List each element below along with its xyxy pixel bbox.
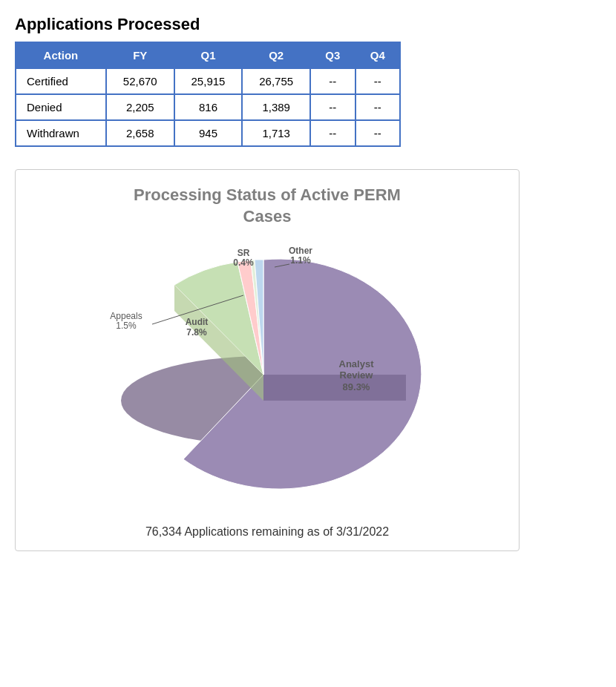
applications-table: Action FY Q1 Q2 Q3 Q4 Certified52,67025,… (15, 42, 401, 147)
cell-q1: 816 (174, 94, 243, 120)
cell-action: Denied (16, 94, 106, 120)
analyst-label: Analyst (339, 358, 375, 369)
analyst-label2: Review (340, 369, 374, 381)
col-action: Action (16, 42, 106, 68)
cell-fy: 52,670 (106, 68, 174, 94)
other-value: 1.1% (290, 255, 311, 266)
cell-q3: -- (310, 120, 355, 146)
other-label: Other (289, 246, 312, 256)
col-fy: FY (106, 42, 174, 68)
table-row: Denied2,2058161,389---- (16, 94, 400, 120)
page-title: Applications Processed (15, 15, 601, 34)
appeals-label: Appeals (110, 311, 142, 321)
audit-label: Audit (186, 317, 209, 327)
analyst-value: 89.3% (343, 381, 370, 392)
cell-q2: 1,713 (242, 120, 310, 146)
chart-footnote: 76,334 Applications remaining as of 3/31… (23, 525, 511, 539)
cell-q4: -- (355, 94, 400, 120)
table-row: Withdrawn2,6589451,713---- (16, 120, 400, 146)
cell-q4: -- (355, 120, 400, 146)
cell-q2: 26,755 (242, 68, 310, 94)
cell-q2: 1,389 (242, 94, 310, 120)
table-row: Certified52,67025,91526,755---- (16, 68, 400, 94)
appeals-value: 1.5% (116, 321, 137, 331)
cell-q1: 945 (174, 120, 243, 146)
chart-container: Processing Status of Active PERM Cases (15, 169, 520, 551)
col-q3: Q3 (310, 42, 355, 68)
cell-q4: -- (355, 68, 400, 94)
chart-title: Processing Status of Active PERM Cases (23, 185, 511, 227)
pie-chart-svg: SR 0.4% Other 1.1% Audit 7.8% Appeals 1.… (82, 245, 453, 512)
cell-q1: 25,915 (174, 68, 243, 94)
chart-area: SR 0.4% Other 1.1% Audit 7.8% Appeals 1.… (82, 245, 453, 512)
sr-value: 0.4% (233, 257, 254, 268)
col-q4: Q4 (355, 42, 400, 68)
cell-q3: -- (310, 94, 355, 120)
cell-q3: -- (310, 68, 355, 94)
cell-action: Certified (16, 68, 106, 94)
cell-action: Withdrawn (16, 120, 106, 146)
col-q1: Q1 (174, 42, 243, 68)
audit-value: 7.8% (186, 327, 207, 338)
cell-fy: 2,205 (106, 94, 174, 120)
cell-fy: 2,658 (106, 120, 174, 146)
col-q2: Q2 (242, 42, 310, 68)
sr-label: SR (237, 248, 250, 258)
